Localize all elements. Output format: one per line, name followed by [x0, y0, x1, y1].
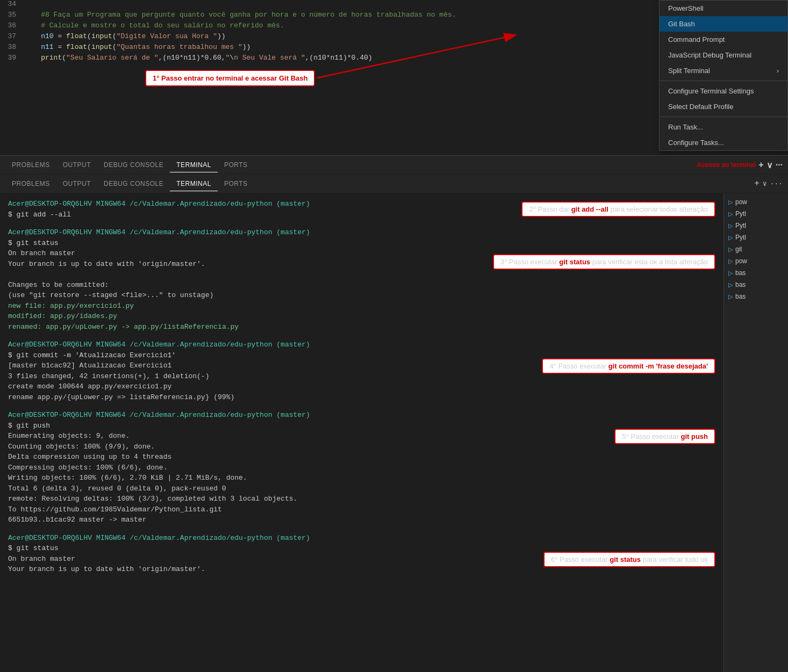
code-content: print("Seu Salario será de ",(n10*n11)*0…	[24, 54, 372, 62]
code-comment: # Calcule e mostre o total do seu salári…	[24, 21, 284, 30]
tab-ports-top[interactable]: PORTS	[218, 158, 254, 172]
chevron-down-icon[interactable]: ∨	[766, 160, 773, 170]
terminal-sidebar-item-pytl1[interactable]: ▷ Pytl	[724, 208, 788, 220]
terminal-sidebar-item-pytl3[interactable]: ▷ Pytl	[724, 232, 788, 243]
terminal-block-2: Acer@DESKTOP-ORQ6LHV MINGW64 /c/Valdemar…	[8, 227, 715, 332]
dropdown-item-powershell[interactable]: PowerShell	[660, 1, 787, 16]
terminal-block-3: Acer@DESKTOP-ORQ6LHV MINGW64 /c/Valdemar…	[8, 339, 715, 402]
access-terminal-label: Acesso ao terminal + ∨ ···	[697, 160, 788, 170]
tab-output-top[interactable]: OUTPUT	[56, 158, 97, 172]
dropdown-separator-2	[660, 117, 787, 117]
terminal-sidebar-item-bas1[interactable]: ▷ bas	[724, 267, 788, 279]
term-prompt-3: Acer@DESKTOP-ORQ6LHV MINGW64 /c/Valdemar…	[8, 339, 715, 350]
terminal-block-1: Acer@DESKTOP-ORQ6LHV MINGW64 /c/Valdemar…	[8, 199, 715, 220]
terminal-icon: ▷	[728, 258, 733, 265]
tab-problems-top[interactable]: PROBLEMS	[5, 158, 56, 172]
term-prompt-4: Acer@DESKTOP-ORQ6LHV MINGW64 /c/Valdemar…	[8, 410, 715, 421]
annotation-step1: 1° Passo entrar no terminal e acessar Gi…	[145, 70, 315, 86]
annotation-step4: 4° Passo executar git commit -m 'frase d…	[542, 358, 715, 374]
code-content: n11 = float(input("Quantas horas trabalh…	[24, 43, 250, 51]
tab-terminal-top[interactable]: TERMINAL	[170, 158, 218, 172]
terminal-block-4: Acer@DESKTOP-ORQ6LHV MINGW64 /c/Valdemar…	[8, 410, 715, 525]
plus-icon[interactable]: +	[758, 160, 763, 170]
terminal-sidebar-item-bas2[interactable]: ▷ bas	[724, 279, 788, 291]
terminal-section: Acer@DESKTOP-ORQ6LHV MINGW64 /c/Valdemar…	[0, 193, 788, 672]
tab-ports-bottom[interactable]: PORTS	[218, 177, 254, 191]
tab-terminal-bottom[interactable]: TERMINAL	[170, 177, 218, 191]
chevron-right-icon: ›	[777, 67, 779, 75]
dropdown-item-configure-terminal[interactable]: Configure Terminal Settings	[660, 83, 787, 99]
dropdown-item-configuretasks[interactable]: Configure Tasks...	[660, 135, 787, 150]
annotation-step3: 3° Passo executar git status para verifi…	[493, 254, 715, 270]
tab-problems-bottom[interactable]: PROBLEMS	[5, 177, 56, 191]
terminal-controls: + ∨ ···	[754, 179, 788, 189]
dropdown-separator	[660, 81, 787, 81]
term-cmd-2: $ git status	[8, 238, 715, 249]
more-icon[interactable]: ···	[776, 160, 783, 170]
term-prompt-5: Acer@DESKTOP-ORQ6LHV MINGW64 /c/Valdemar…	[8, 533, 715, 544]
tab-output-bottom[interactable]: OUTPUT	[56, 177, 97, 191]
terminal-sidebar-item-git[interactable]: ▷ git	[724, 243, 788, 255]
annotation-step5: 5° Passo executar git push	[614, 429, 715, 444]
terminal-sidebar-item-bas3[interactable]: ▷ bas	[724, 291, 788, 302]
chevron-down-icon-bottom[interactable]: ∨	[763, 179, 767, 188]
dropdown-item-select-profile[interactable]: Select Default Profile	[660, 99, 787, 114]
terminal-sidebar-item-pow[interactable]: ▷ pow	[724, 196, 788, 208]
terminal-icon: ▷	[728, 211, 733, 218]
code-editor-section: 34 35 #8 Faça um Programa que pergunte q…	[0, 0, 788, 156]
terminal-icon: ▷	[728, 293, 733, 300]
bottom-panel-tabs: PROBLEMS OUTPUT DEBUG CONSOLE TERMINAL P…	[0, 175, 788, 193]
top-panel-tabs: PROBLEMS OUTPUT DEBUG CONSOLE TERMINAL P…	[0, 156, 788, 175]
dropdown-terminal-menu[interactable]: PowerShell Git Bash Command Prompt JavaS…	[659, 0, 788, 151]
tab-debug-console-top[interactable]: DEBUG CONSOLE	[97, 158, 170, 172]
terminal-icon: ▷	[728, 222, 733, 229]
dropdown-item-gitbash[interactable]: Git Bash	[660, 16, 787, 32]
more-icon-bottom[interactable]: ···	[770, 180, 783, 188]
terminal-sidebar-item-pow2[interactable]: ▷ pow	[724, 255, 788, 267]
terminal-icon: ▷	[728, 246, 733, 253]
terminal-sidebar-item-pytl2[interactable]: ▷ Pytl	[724, 220, 788, 232]
plus-icon-bottom[interactable]: +	[754, 179, 760, 189]
line-number: 39	[5, 54, 24, 62]
term-cmd-4: $ git push	[8, 421, 715, 431]
tab-debug-console-bottom[interactable]: DEBUG CONSOLE	[97, 177, 170, 191]
line-number: 34	[5, 0, 24, 8]
line-number: 35	[5, 11, 24, 19]
term-prompt-2: Acer@DESKTOP-ORQ6LHV MINGW64 /c/Valdemar…	[8, 227, 715, 238]
line-number: 37	[5, 32, 24, 40]
dropdown-item-jsdebug[interactable]: JavaScript Debug Terminal	[660, 47, 787, 63]
line-number: 36	[5, 21, 24, 30]
terminal-block-5: Acer@DESKTOP-ORQ6LHV MINGW64 /c/Valdemar…	[8, 533, 715, 575]
dropdown-item-split[interactable]: Split Terminal ›	[660, 63, 787, 78]
code-content: n10 = float(input("Digite Valor sua Hora…	[24, 32, 226, 40]
line-number: 38	[5, 43, 24, 51]
dropdown-item-cmdprompt[interactable]: Command Prompt	[660, 32, 787, 47]
code-comment: #8 Faça um Programa que pergunte quanto …	[24, 11, 456, 19]
annotation-step2: 2° Passo dar git add --all para selecion…	[521, 201, 715, 217]
terminal-icon: ▷	[728, 199, 733, 206]
terminal-icon: ▷	[728, 281, 733, 288]
annotation-step6: 6° Passo executar git status para verifi…	[543, 552, 715, 567]
terminal-sidebar: ▷ pow ▷ Pytl ▷ Pytl ▷ Pytl ▷ git ▷ pow ▷…	[723, 193, 788, 672]
terminal-main[interactable]: Acer@DESKTOP-ORQ6LHV MINGW64 /c/Valdemar…	[0, 193, 723, 672]
terminal-icon: ▷	[728, 234, 733, 241]
dropdown-item-runtask[interactable]: Run Task...	[660, 119, 787, 135]
terminal-icon: ▷	[728, 270, 733, 277]
